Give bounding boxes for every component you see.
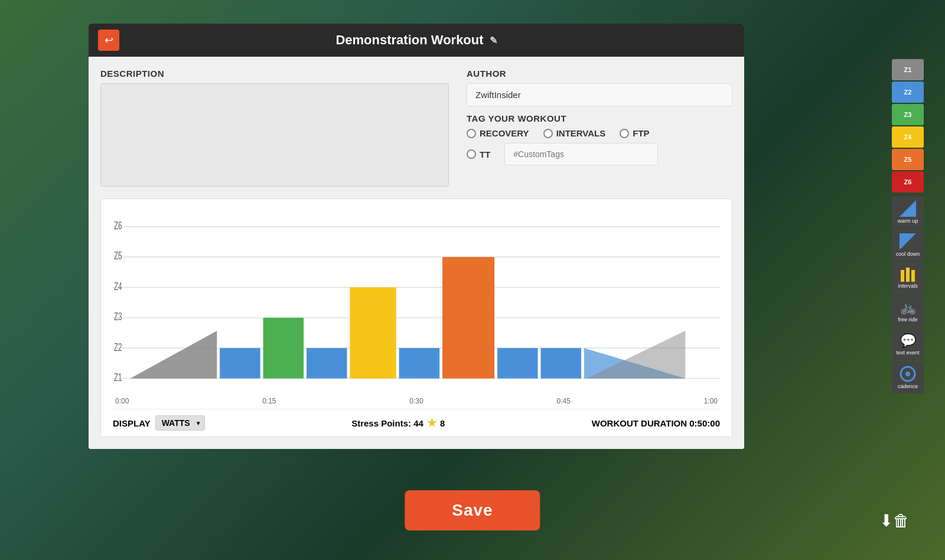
tag-ftp[interactable]: FTP [620, 128, 649, 138]
back-button[interactable]: ↩ [98, 30, 119, 51]
display-section: DISPLAY WATTS %FTP [113, 415, 205, 431]
svg-text:Z6: Z6 [114, 220, 122, 232]
star-icon: ★ [427, 416, 436, 429]
warm-up-label: warm up [898, 218, 918, 224]
tag-tt-label: TT [480, 149, 490, 159]
cadence-tool[interactable]: cadence [892, 362, 924, 393]
intervals-label: intervals [898, 283, 918, 289]
tag-row-2: TT [467, 143, 732, 165]
tag-ftp-label: FTP [633, 128, 649, 138]
radio-recovery [467, 129, 476, 138]
author-label: AUTHOR [467, 69, 732, 79]
svg-marker-23 [900, 200, 916, 217]
time-15: 0:15 [262, 397, 276, 405]
svg-rect-27 [911, 270, 915, 282]
svg-text:Z4: Z4 [114, 280, 122, 292]
radio-tt [467, 149, 476, 159]
zone-z5-block[interactable]: Z5 [892, 149, 924, 170]
time-0: 0:00 [115, 397, 129, 405]
right-section: AUTHOR TAG YOUR WORKOUT RECOVERY INTERVA… [467, 69, 732, 189]
cool-down-icon [900, 233, 916, 250]
tag-intervals[interactable]: INTERVALS [543, 128, 606, 138]
svg-rect-20 [540, 348, 581, 378]
svg-rect-26 [906, 268, 910, 282]
tag-tt[interactable]: TT [467, 149, 490, 159]
right-panel: Z1 Z2 Z3 Z4 Z5 Z6 warm up cool down inte… [892, 59, 924, 393]
time-30: 0:30 [409, 397, 423, 405]
back-icon: ↩ [105, 34, 113, 47]
svg-marker-12 [130, 331, 217, 379]
cadence-label: cadence [898, 383, 918, 389]
svg-rect-25 [901, 270, 904, 282]
tag-section-label: TAG YOUR WORKOUT [467, 113, 732, 123]
zone-z4-block[interactable]: Z4 [892, 126, 924, 148]
svg-rect-13 [220, 348, 260, 378]
description-section: DESCRIPTION [100, 69, 449, 189]
time-45: 0:45 [556, 397, 570, 405]
text-event-label: text event [896, 350, 919, 356]
cadence-icon [900, 366, 916, 382]
description-input[interactable] [100, 83, 449, 187]
svg-rect-15 [307, 348, 347, 378]
cool-down-label: cool down [896, 251, 920, 257]
custom-tags-input[interactable] [504, 143, 658, 165]
title-label: Demonstration Workout [335, 32, 483, 48]
title-bar: ↩ Demonstration Workout ✎ [89, 24, 744, 57]
zone-z2-block[interactable]: Z2 [892, 82, 924, 103]
text-event-icon: 💬 [900, 333, 916, 349]
svg-text:Z3: Z3 [114, 311, 122, 323]
download-icon[interactable]: ⬇🗑 [879, 511, 910, 530]
zone-z6-block[interactable]: Z6 [892, 171, 924, 193]
svg-rect-19 [497, 348, 538, 378]
top-section: DESCRIPTION AUTHOR TAG YOUR WORKOUT RECO… [100, 69, 732, 189]
description-label: DESCRIPTION [100, 69, 449, 79]
free-ride-icon: 🚲 [900, 300, 916, 315]
tag-recovery[interactable]: RECOVERY [467, 128, 529, 138]
chart-container: Z6 Z5 Z4 Z3 Z2 Z1 [113, 205, 720, 396]
tag-intervals-label: INTERVALS [556, 128, 606, 138]
save-button[interactable]: Save [405, 490, 540, 530]
duration-label: WORKOUT DURATION [592, 418, 687, 428]
warm-up-tool[interactable]: warm up [892, 196, 924, 228]
tag-row-1: RECOVERY INTERVALS FTP [467, 128, 732, 138]
cool-down-tool[interactable]: cool down [892, 229, 924, 261]
display-label: DISPLAY [113, 418, 151, 428]
svg-rect-17 [399, 348, 440, 378]
stress-section: Stress Points: 44 ★ 8 [351, 416, 445, 429]
time-axis: 0:00 0:15 0:30 0:45 1:00 [113, 397, 720, 405]
svg-rect-14 [263, 318, 304, 379]
bottom-bar: DISPLAY WATTS %FTP Stress Points: 44 ★ 8… [113, 409, 720, 437]
warm-up-icon [900, 200, 916, 217]
intervals-icon [900, 268, 916, 282]
author-section: AUTHOR [467, 69, 732, 106]
author-input[interactable] [467, 83, 732, 106]
workout-chart: Z6 Z5 Z4 Z3 Z2 Z1 [113, 205, 720, 396]
time-60: 1:00 [704, 397, 718, 405]
duration-section: WORKOUT DURATION 0:50:00 [592, 418, 720, 428]
chart-area: Z6 Z5 Z4 Z3 Z2 Z1 [100, 198, 732, 437]
rating-value: 8 [440, 418, 445, 428]
radio-ftp [620, 129, 629, 138]
tag-section: TAG YOUR WORKOUT RECOVERY INTERVALS F [467, 113, 732, 170]
svg-text:Z5: Z5 [114, 250, 122, 262]
radio-intervals [543, 129, 553, 138]
svg-point-29 [905, 372, 910, 376]
duration-value: 0:50:00 [689, 418, 720, 428]
window-title: Demonstration Workout ✎ [335, 32, 497, 48]
svg-marker-24 [900, 233, 916, 250]
tag-recovery-label: RECOVERY [480, 128, 529, 138]
edit-icon[interactable]: ✎ [490, 35, 497, 46]
intervals-tool[interactable]: intervals [892, 262, 924, 294]
zone-z3-block[interactable]: Z3 [892, 104, 924, 125]
free-ride-tool[interactable]: 🚲 free ride [892, 295, 924, 327]
watts-wrapper: WATTS %FTP [155, 415, 205, 431]
svg-text:Z2: Z2 [114, 341, 122, 353]
stress-label: Stress Points: 44 [351, 418, 423, 428]
svg-rect-16 [350, 287, 396, 378]
svg-rect-18 [442, 257, 494, 379]
watts-select[interactable]: WATTS %FTP [155, 415, 205, 431]
main-panel: ↩ Demonstration Workout ✎ DESCRIPTION AU… [89, 24, 744, 449]
text-event-tool[interactable]: 💬 text event [892, 328, 924, 360]
svg-text:Z1: Z1 [114, 372, 122, 383]
zone-z1-block[interactable]: Z1 [892, 59, 924, 80]
